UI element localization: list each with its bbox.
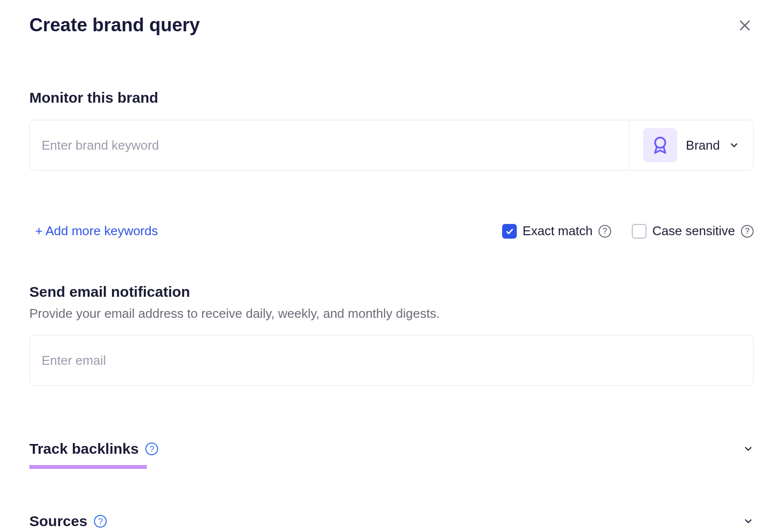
track-backlinks-title: Track backlinks: [29, 441, 138, 457]
case-sensitive-option[interactable]: Case sensitive ?: [632, 223, 754, 239]
brand-keyword-input[interactable]: [30, 120, 629, 170]
email-section: Send email notification Provide your ema…: [29, 284, 754, 386]
add-more-keywords-button[interactable]: + Add more keywords: [29, 223, 158, 239]
highlight-underline: [29, 465, 147, 469]
exact-match-label: Exact match: [523, 223, 593, 239]
brand-type-label: Brand: [686, 138, 720, 153]
exact-match-option[interactable]: Exact match ?: [502, 223, 611, 239]
close-icon: [737, 18, 752, 33]
email-section-desc: Provide your email address to receive da…: [29, 306, 754, 321]
chevron-down-icon: [729, 140, 739, 151]
monitor-section: Monitor this brand Brand + Add more keyw…: [29, 89, 754, 239]
modal-header: Create brand query: [29, 15, 754, 36]
case-sensitive-checkbox[interactable]: [632, 224, 646, 239]
case-sensitive-label: Case sensitive: [652, 223, 735, 239]
email-input[interactable]: [29, 335, 754, 386]
modal-title: Create brand query: [29, 15, 200, 36]
help-icon[interactable]: ?: [741, 225, 754, 238]
track-backlinks-toggle[interactable]: Track backlinks ?: [29, 431, 754, 467]
match-options: Exact match ? Case sensitive ?: [502, 223, 754, 239]
email-section-label: Send email notification: [29, 284, 754, 300]
ribbon-badge-icon: [643, 128, 677, 162]
monitor-label: Monitor this brand: [29, 89, 754, 106]
close-button[interactable]: [736, 17, 754, 34]
chevron-down-icon: [743, 516, 754, 527]
brand-type-selector[interactable]: Brand: [629, 120, 753, 170]
help-icon[interactable]: ?: [94, 515, 107, 528]
sources-title: Sources: [29, 513, 87, 530]
exact-match-checkbox[interactable]: [502, 224, 517, 239]
brand-input-row: Brand: [29, 120, 754, 171]
help-icon[interactable]: ?: [145, 443, 158, 455]
sources-section: Sources ?: [29, 503, 754, 532]
help-icon[interactable]: ?: [599, 225, 611, 238]
keyword-options-row: + Add more keywords Exact match ? Case s…: [29, 223, 754, 239]
track-backlinks-section: Track backlinks ?: [29, 431, 754, 469]
chevron-down-icon: [743, 443, 754, 454]
sources-toggle[interactable]: Sources ?: [29, 503, 754, 532]
